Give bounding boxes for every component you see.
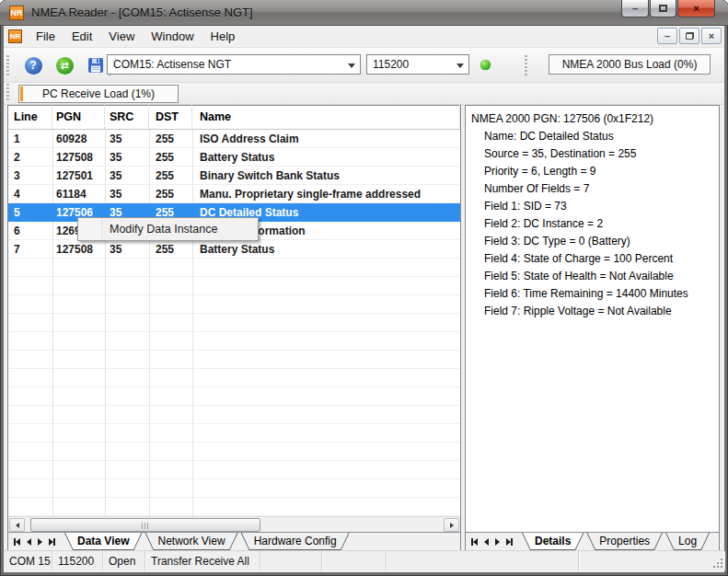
mdi-minimize-icon: – [664, 30, 670, 41]
resize-grip[interactable] [713, 559, 722, 568]
context-menu: Modify Data Instance [77, 217, 259, 241]
tab-last-button[interactable] [49, 538, 55, 546]
cell-src: 35 [105, 130, 149, 148]
app-logo-icon: NR [9, 6, 24, 20]
cell-pgn: 60928 [52, 130, 105, 148]
maximize-button[interactable] [650, 0, 676, 17]
tab-next-button[interactable] [495, 538, 500, 546]
close-button[interactable]: × [677, 0, 715, 17]
cell-name: Battery Status [192, 148, 460, 167]
table-row[interactable]: 7 127508 35 255 Battery Status [8, 240, 460, 259]
menu-help[interactable]: Help [202, 27, 244, 46]
table-row[interactable]: 1 60928 35 255 ISO Address Claim [8, 130, 460, 148]
status-transfer-mode: Transfer Receive All [145, 551, 260, 570]
detail-line: Field 3: DC Type = 0 (Battery) [471, 233, 719, 250]
table-row[interactable]: 4 61184 35 255 Manu. Proprietary single-… [8, 185, 460, 203]
toolbar: ? ⇄ COM15: Actisense NGT [4, 48, 724, 83]
com-port-select[interactable]: COM15: Actisense NGT [107, 54, 361, 75]
cell-line: 1 [8, 130, 52, 148]
chevron-down-icon [456, 63, 464, 68]
cell-dst: 255 [149, 240, 192, 259]
column-dst[interactable]: DST [149, 105, 192, 129]
arrow-left-icon [16, 523, 19, 528]
mdi-app-icon[interactable]: NR [8, 29, 22, 43]
cell-line: 5 [8, 203, 52, 222]
cell-line: 2 [8, 148, 52, 167]
tab-prev-button[interactable] [27, 538, 31, 546]
tab-data-view[interactable]: Data View [64, 533, 142, 550]
com-port-value: COM15: Actisense NGT [113, 58, 231, 71]
column-line[interactable]: Line [8, 105, 52, 129]
detail-line: Field 1: SID = 73 [471, 198, 719, 215]
save-button[interactable] [85, 54, 107, 76]
baud-rate-select[interactable]: 115200 [366, 54, 469, 75]
menu-window[interactable]: Window [143, 27, 202, 46]
minimize-icon: – [632, 3, 638, 14]
tab-properties[interactable]: Properties [586, 533, 663, 550]
menu-file[interactable]: File [28, 27, 64, 46]
detail-line: Field 6: Time Remaining = 14400 Minutes [471, 285, 719, 303]
tab-nav-buttons [466, 533, 522, 550]
column-name[interactable]: Name [192, 105, 460, 129]
minimize-button[interactable]: – [621, 0, 649, 17]
table-body: 1 60928 35 255 ISO Address Claim 2 12750… [8, 130, 460, 516]
detail-line: Priority = 6, Length = 9 [471, 163, 719, 180]
detail-line: Source = 35, Destination = 255 [471, 145, 719, 163]
close-icon: × [693, 3, 699, 14]
table-row[interactable]: 3 127501 35 255 Binary Switch Bank Statu… [8, 167, 460, 185]
detail-line: Field 4: State of Charge = 100 Percent [471, 250, 719, 268]
pc-receive-load-label: PC Receive Load (1%) [42, 87, 155, 100]
column-src[interactable]: SRC [105, 105, 149, 129]
tab-next-button[interactable] [38, 538, 42, 546]
baud-rate-value: 115200 [373, 58, 409, 71]
tab-prev-button[interactable] [484, 538, 489, 546]
tab-label: Details [522, 533, 584, 550]
scroll-right-button[interactable] [444, 518, 459, 532]
mdi-minimize-button[interactable]: – [657, 28, 677, 44]
cell-src: 35 [105, 167, 149, 185]
cell-pgn: 127508 [52, 240, 105, 259]
maximize-icon [659, 5, 667, 12]
mdi-restore-button[interactable] [679, 28, 699, 44]
save-icon [87, 56, 105, 75]
menu-view[interactable]: View [100, 27, 143, 46]
app-window: NR NMEA Reader - [COM15: Actisense NGT] … [0, 0, 728, 576]
pc-receive-load-indicator: PC Receive Load (1%) [18, 85, 179, 103]
toolbar-secondary: PC Receive Load (1%) [4, 83, 724, 105]
tab-hardware-config[interactable]: Hardware Config [241, 533, 350, 550]
cell-src: 35 [105, 240, 149, 259]
title-bar[interactable]: NR NMEA Reader - [COM15: Actisense NGT] … [0, 0, 728, 26]
cell-pgn: 127508 [52, 148, 105, 167]
detail-line: Number Of Fields = 7 [471, 180, 719, 198]
mdi-close-button[interactable]: × [701, 28, 722, 44]
tab-label: Hardware Config [241, 533, 350, 550]
horizontal-scrollbar[interactable] [8, 516, 460, 532]
details-panel: NMEA 2000 PGN: 127506 (0x1F212) Name: DC… [465, 105, 720, 550]
tab-network-view[interactable]: Network View [144, 533, 237, 550]
tab-first-button[interactable] [14, 538, 20, 546]
toolbar-grip [6, 55, 9, 75]
table-row[interactable]: 2 127508 35 255 Battery Status [8, 148, 460, 167]
tab-label: Log [665, 533, 710, 550]
connection-led-icon [480, 60, 491, 70]
tab-details[interactable]: Details [522, 533, 584, 550]
context-menu-item-modify-data-instance[interactable]: Modify Data Instance [79, 219, 257, 239]
tab-last-button[interactable] [506, 538, 513, 546]
help-button[interactable]: ? [22, 54, 44, 76]
cell-dst: 255 [149, 167, 192, 185]
transfer-icon: ⇄ [56, 57, 74, 75]
left-tab-bar: Data View Network View Hardware Config [8, 532, 460, 550]
scroll-left-button[interactable] [9, 518, 25, 532]
bus-load-label: NMEA 2000 Bus Load (0%) [562, 58, 698, 71]
cell-dst: 255 [149, 130, 192, 148]
transfer-button[interactable]: ⇄ [53, 54, 75, 76]
menu-edit[interactable]: Edit [64, 27, 100, 46]
tab-log[interactable]: Log [665, 533, 710, 550]
detail-line: Field 2: DC Instance = 2 [471, 215, 719, 233]
tab-first-button[interactable] [471, 538, 478, 546]
scrollbar-thumb[interactable] [30, 518, 260, 532]
column-pgn[interactable]: PGN [52, 105, 105, 129]
status-empty [579, 551, 724, 570]
menu-bar: NR File Edit View Window Help – × [4, 26, 724, 48]
status-com-port: COM 15 [4, 551, 52, 570]
